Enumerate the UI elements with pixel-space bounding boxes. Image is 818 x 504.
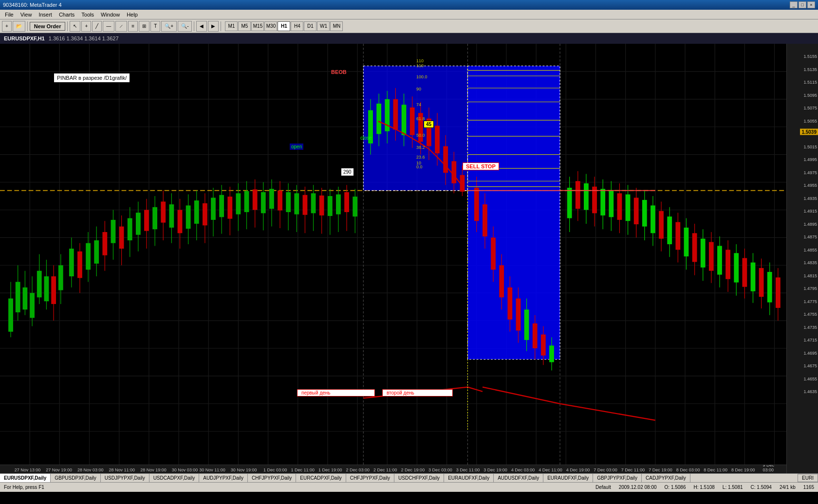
sym-tab-gbpjpy[interactable]: GBPJPYPXF,Daily <box>593 474 642 482</box>
sym-tab-cadjpy[interactable]: CADJPYPXF,Daily <box>642 474 690 482</box>
tf-w1[interactable]: W1 <box>317 21 330 31</box>
svg-rect-216 <box>717 246 722 274</box>
menu-tools[interactable]: Tools <box>78 11 97 18</box>
toolbar-new[interactable]: + <box>2 21 12 32</box>
fib-110a: 110 <box>416 58 424 63</box>
svg-rect-60 <box>44 276 49 301</box>
pinbar-annotation: PINBAR в разрезе /D1grafik/ <box>54 73 130 83</box>
price-14915: 1.4915 <box>803 209 817 214</box>
tf-m1[interactable]: M1 <box>225 21 238 31</box>
sym-tab-chfjpy[interactable]: CHFJPYPXF,Daily <box>248 474 296 482</box>
svg-rect-138 <box>376 104 381 134</box>
time-8dec03: 8 Dec 03:00 <box>676 468 700 472</box>
tool-autoscroll[interactable]: ▶ <box>208 21 219 32</box>
tool-chart-shift[interactable]: ◀ <box>196 21 207 32</box>
svg-rect-128 <box>328 196 333 216</box>
tf-m15[interactable]: M15 <box>251 21 264 31</box>
sym-tab-euri[interactable]: EURI <box>798 474 818 482</box>
tf-h4[interactable]: H4 <box>291 21 303 31</box>
menu-view[interactable]: View <box>18 11 35 18</box>
price-14755: 1.4755 <box>803 312 817 317</box>
price-14695: 1.4695 <box>803 351 817 356</box>
sym-tab-audjpy[interactable]: AUDJPYPXF,Daily <box>199 474 248 482</box>
svg-rect-228 <box>767 272 772 303</box>
svg-rect-176 <box>541 335 546 356</box>
svg-rect-194 <box>626 195 631 221</box>
time-2dec11: 2 Dec 11:00 <box>373 468 397 472</box>
chart-symbol: EURUSDPXF,H1 <box>4 36 45 41</box>
sym-tab-usdcad[interactable]: USDCADPXF,Daily <box>149 474 200 482</box>
tool-channel[interactable]: ≡ <box>128 21 138 32</box>
time-30nov03: 30 Nov 03:00 <box>172 468 198 472</box>
svg-rect-190 <box>609 191 614 217</box>
tf-h1[interactable]: H1 <box>278 21 290 31</box>
time-1dec03: 1 Dec 03:00 <box>263 468 287 472</box>
svg-rect-114 <box>269 189 274 209</box>
svg-rect-210 <box>692 233 697 262</box>
sym-tab-chfjpy2[interactable]: CHFJPYPXF,Daily <box>346 474 394 482</box>
svg-rect-80 <box>128 218 132 241</box>
price-14855: 1.4855 <box>803 248 817 252</box>
sym-tab-eurcad[interactable]: EURCADPXF,Daily <box>296 474 346 482</box>
tf-m30[interactable]: M30 <box>264 21 277 31</box>
time-7dec03: 7 Dec 03:00 <box>594 468 617 472</box>
svg-rect-180 <box>567 188 572 218</box>
close-btn[interactable]: × <box>807 1 815 8</box>
tool-text[interactable]: T <box>150 21 160 32</box>
sym-tab-eurusd[interactable]: EURUSDPXF,Daily <box>0 474 51 482</box>
tf-d1[interactable]: D1 <box>304 21 316 31</box>
toolbar-open[interactable]: 📂 <box>13 21 25 32</box>
price-14735: 1.4735 <box>803 325 817 330</box>
chart-container[interactable]: EURUSDPXF,H1 1.3616 1.3634 1.3614 1.3627 <box>0 33 818 473</box>
time-axis: 27 Nov 13:00 27 Nov 19:00 28 Nov 03:00 2… <box>0 465 786 473</box>
beob-label: ВЕОВ <box>331 69 347 75</box>
svg-rect-226 <box>759 268 764 297</box>
tf-mn[interactable]: MN <box>330 21 343 31</box>
sep3 <box>194 21 194 31</box>
time-27nov2: 27 Nov 19:00 <box>46 468 72 472</box>
menu-file[interactable]: File <box>2 11 17 18</box>
sym-tab-euraud[interactable]: EURAUDFXF,Daily <box>444 474 494 482</box>
fib-110b: 110 <box>416 63 424 68</box>
sym-tab-audusd[interactable]: AUDUSDFXF,Daily <box>494 474 543 482</box>
tf-m5[interactable]: M5 <box>238 21 251 31</box>
profile: Default <box>595 485 611 490</box>
price-15115: 1.5115 <box>803 80 817 85</box>
svg-rect-122 <box>303 195 308 215</box>
svg-rect-52 <box>16 282 20 312</box>
price-axis: 1.5155 1.5135 1.5115 1.5095 1.5075 1.505… <box>786 44 818 473</box>
sym-tab-usdjpy[interactable]: USDJPYPXF,Daily <box>101 474 149 482</box>
title-bar: 90348160: MetaTrader 4 _ □ × <box>0 0 818 10</box>
tool-arrow[interactable]: ↖ <box>70 21 80 32</box>
maximize-btn[interactable]: □ <box>799 1 806 8</box>
new-order-btn[interactable]: New Order <box>30 22 66 31</box>
tool-zoom-in[interactable]: 🔍+ <box>161 21 177 32</box>
menu-insert[interactable]: Insert <box>36 11 55 18</box>
svg-rect-182 <box>576 181 580 209</box>
chart-canvas[interactable]: PINBAR в разрезе /D1grafik/ ВЕОВ open cl… <box>0 44 786 465</box>
sym-tab-usdchf[interactable]: USDCHFPXF,Daily <box>394 474 444 482</box>
sym-tab-gbpusd[interactable]: GBPUSDPXF,Daily <box>51 474 101 482</box>
tool-trendline[interactable]: ⟋ <box>115 21 127 32</box>
tool-hline[interactable]: — <box>103 21 114 32</box>
svg-rect-174 <box>533 324 538 348</box>
svg-rect-62 <box>51 276 56 304</box>
svg-rect-224 <box>751 263 756 291</box>
sym-tab-euraud2[interactable]: EURAUDFXF,Daily <box>543 474 593 482</box>
time-27nov: 27 Nov 13:00 <box>15 468 41 472</box>
tool-fib[interactable]: ⊞ <box>139 21 149 32</box>
price-14995: 1.4995 <box>803 157 817 162</box>
price-14895: 1.4895 <box>803 222 817 227</box>
tool-crosshair[interactable]: + <box>81 21 91 32</box>
menu-charts[interactable]: Charts <box>56 11 77 18</box>
minimize-btn[interactable]: _ <box>790 1 798 8</box>
menu-help[interactable]: Help <box>124 11 141 18</box>
fib-100: 100.0 <box>416 74 428 79</box>
tool-line[interactable]: ╱ <box>92 21 102 32</box>
menu-window[interactable]: Window <box>98 11 123 18</box>
fib-00: 0.0 <box>416 164 423 169</box>
low-price: L: 1.5081 <box>723 485 743 490</box>
tool-zoom-out[interactable]: 🔍- <box>178 21 192 32</box>
svg-rect-220 <box>734 253 739 282</box>
time-28nov11: 28 Nov 11:00 <box>109 468 135 472</box>
